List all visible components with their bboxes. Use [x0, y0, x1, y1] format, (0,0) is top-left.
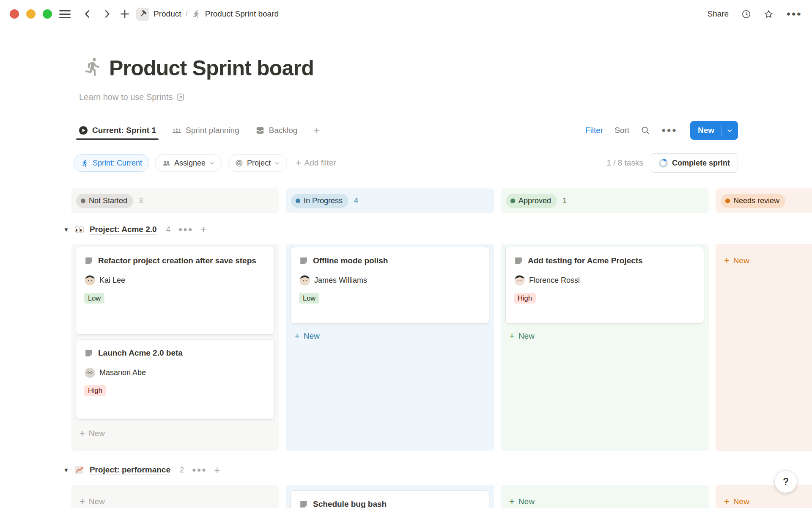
- group-add-icon[interactable]: +: [200, 224, 207, 235]
- learn-sprints-link[interactable]: Learn how to use Sprints: [79, 92, 185, 102]
- share-button[interactable]: Share: [707, 9, 729, 19]
- clock-history-icon[interactable]: [741, 9, 751, 19]
- task-card[interactable]: Schedule bug bash: [291, 491, 489, 508]
- collapse-triangle-icon[interactable]: ▼: [63, 467, 69, 473]
- plus-icon: +: [724, 256, 730, 265]
- column-header-needs-review: Needs review: [716, 188, 812, 213]
- tab-backlog[interactable]: Backlog: [255, 126, 298, 135]
- forward-arrow-icon[interactable]: [102, 8, 112, 19]
- page-icon: [299, 256, 308, 265]
- project-filter-pill[interactable]: Project: [228, 154, 287, 172]
- task-card[interactable]: Refactor project creation after save ste…: [76, 247, 274, 334]
- new-label: New: [733, 256, 749, 265]
- plus-icon: +: [296, 158, 301, 168]
- new-card-button[interactable]: +New: [721, 252, 812, 269]
- group-title[interactable]: Project: Acme 2.0: [90, 225, 157, 234]
- tab-label: Backlog: [269, 126, 298, 135]
- inbox-icon: [255, 126, 265, 135]
- add-view-plus-icon[interactable]: +: [313, 125, 320, 136]
- new-task-button[interactable]: New: [690, 121, 738, 140]
- card-title: Add testing for Acme Projects: [528, 254, 643, 267]
- new-button-label: New: [690, 126, 721, 135]
- assignee-filter-pill[interactable]: Assignee: [155, 154, 222, 172]
- new-card-button[interactable]: +New: [291, 328, 489, 345]
- board-cell-in-progress-acme: Offline mode polish James Williams Low +…: [286, 244, 494, 451]
- task-card[interactable]: Offline mode polish James Williams Low: [291, 247, 489, 323]
- breadcrumb-teamspace[interactable]: Product: [154, 9, 181, 19]
- status-pill-not-started[interactable]: Not Started: [76, 194, 133, 208]
- new-card-button[interactable]: +New: [76, 493, 274, 508]
- collapse-triangle-icon[interactable]: ▼: [63, 226, 69, 233]
- play-circle-icon: [79, 126, 88, 135]
- sort-button[interactable]: Sort: [614, 126, 629, 135]
- board-cell-in-progress-performance: Schedule bug bash: [286, 485, 494, 508]
- tab-label: Sprint planning: [186, 126, 239, 135]
- teamspace-hammer-icon[interactable]: [136, 8, 149, 21]
- zoom-window-button[interactable]: [43, 9, 52, 19]
- assignee-name: Kai Lee: [99, 276, 125, 285]
- column-count: 3: [139, 196, 143, 205]
- column-header-in-progress: In Progress 4: [286, 188, 494, 213]
- status-pill-approved[interactable]: Approved: [506, 194, 557, 208]
- card-assignee: Masanori Abe: [84, 367, 266, 378]
- card-assignee: Kai Lee: [84, 275, 266, 286]
- new-tab-plus-icon[interactable]: [119, 8, 130, 19]
- card-title: Offline mode polish: [313, 254, 388, 267]
- chevron-down-icon: [274, 160, 280, 166]
- window-controls: [10, 9, 52, 19]
- group-title[interactable]: Project: performance: [90, 465, 170, 475]
- help-button[interactable]: ?: [775, 471, 797, 493]
- back-arrow-icon[interactable]: [82, 8, 93, 19]
- page-runner-icon[interactable]: [83, 57, 103, 77]
- tabs-divider: [77, 140, 738, 140]
- plus-icon: +: [509, 497, 515, 506]
- runner-icon: [81, 159, 89, 167]
- search-icon[interactable]: [641, 126, 650, 135]
- sprint-progress-donut-icon: [659, 159, 668, 168]
- tab-current-sprint[interactable]: Current: Sprint 1: [79, 126, 156, 135]
- eyes-emoji: [74, 225, 84, 235]
- notion-window: Product / Product Sprint board Share ●●●…: [0, 0, 812, 508]
- status-pill-in-progress[interactable]: In Progress: [291, 194, 348, 208]
- favorite-star-icon[interactable]: [764, 9, 774, 19]
- task-card[interactable]: Add testing for Acme Projects Florence R…: [506, 247, 704, 323]
- sprint-progress-area: 1 / 8 tasks Complete sprint: [606, 154, 738, 172]
- view-more-icon[interactable]: ●●●: [661, 126, 677, 135]
- minimize-window-button[interactable]: [26, 9, 36, 19]
- status-pill-needs-review[interactable]: Needs review: [721, 194, 785, 208]
- task-progress-label: 1 / 8 tasks: [606, 158, 643, 168]
- status-label: In Progress: [304, 196, 343, 205]
- avatar: [514, 275, 525, 286]
- breadcrumb: Product / Product Sprint board: [136, 0, 279, 28]
- page-title[interactable]: Product Sprint board: [109, 56, 314, 80]
- chevron-down-icon: [209, 160, 215, 166]
- tab-sprint-planning[interactable]: Sprint planning: [172, 126, 239, 135]
- group-more-icon[interactable]: ●●●: [178, 226, 193, 233]
- add-filter-button[interactable]: + Add filter: [296, 158, 336, 168]
- priority-tag: Low: [84, 293, 104, 304]
- new-card-button[interactable]: +New: [506, 328, 704, 345]
- breadcrumb-page[interactable]: Product Sprint board: [205, 9, 279, 19]
- complete-sprint-button[interactable]: Complete sprint: [651, 153, 738, 173]
- sprint-filter-pill[interactable]: Sprint: Current: [74, 154, 149, 172]
- board-cell-needs-review-performance: +New: [716, 485, 812, 508]
- sidebar-menu-icon[interactable]: [59, 10, 71, 18]
- close-window-button[interactable]: [10, 9, 19, 19]
- group-add-icon[interactable]: +: [214, 465, 220, 475]
- status-label: Approved: [518, 196, 551, 205]
- column-count: 1: [562, 196, 567, 205]
- status-dot: [81, 199, 85, 203]
- board-cell-approved-acme: Add testing for Acme Projects Florence R…: [501, 244, 709, 451]
- new-card-button[interactable]: +New: [721, 493, 812, 508]
- status-dot: [725, 199, 730, 203]
- group-more-icon[interactable]: ●●●: [192, 466, 207, 474]
- new-card-button[interactable]: +New: [506, 493, 704, 508]
- learn-sprints-label: Learn how to use Sprints: [79, 92, 173, 102]
- new-card-button[interactable]: +New: [76, 425, 274, 442]
- new-label: New: [89, 429, 105, 438]
- assignee-name: James Williams: [314, 276, 367, 285]
- filter-button[interactable]: Filter: [585, 126, 603, 135]
- new-button-chevron[interactable]: [721, 127, 738, 134]
- task-card[interactable]: Launch Acme 2.0 beta Masanori Abe High: [76, 340, 274, 419]
- more-options-icon[interactable]: ●●●: [786, 10, 802, 18]
